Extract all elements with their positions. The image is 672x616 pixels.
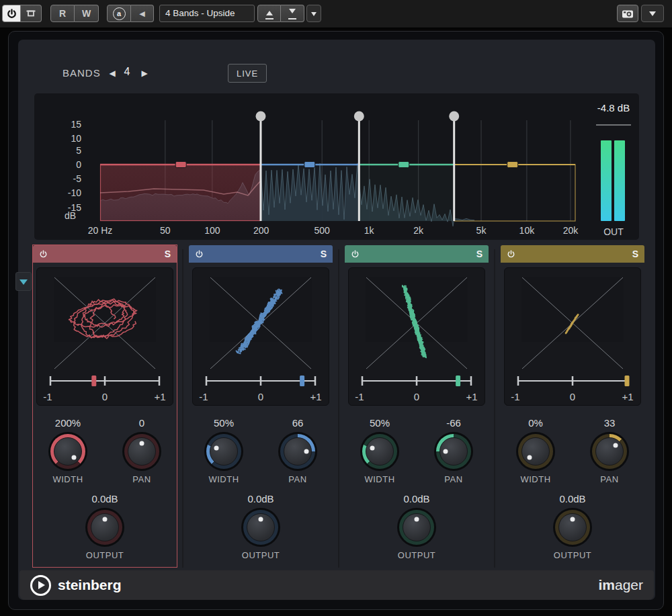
band-1-panel: S -10+1 200% WIDTH 0 xyxy=(33,245,177,567)
pan-knob[interactable] xyxy=(590,432,629,471)
caret-down-icon xyxy=(311,12,317,19)
band-2-header: S xyxy=(189,245,333,263)
pan-knob[interactable] xyxy=(434,432,473,471)
preset-name-field[interactable]: 4 Bands - Upside xyxy=(159,5,255,22)
band-power-button[interactable] xyxy=(351,250,360,259)
svg-text:+1: +1 xyxy=(154,391,165,402)
svg-text:-10: -10 xyxy=(68,187,81,198)
window-menu-button[interactable] xyxy=(641,5,664,22)
bypass-icon xyxy=(26,9,36,18)
vectorscope-display: -10+1 xyxy=(349,268,485,405)
band-2-panel: S -10+1 50% WIDTH 66 xyxy=(189,245,333,567)
spectrum-panel: 151050-5-10-15dB20 Hz501002005001k2k5k10… xyxy=(34,93,639,240)
pan-knob[interactable] xyxy=(122,432,161,471)
brand-name: steinberg xyxy=(58,577,122,593)
power-icon xyxy=(7,9,17,19)
svg-text:200: 200 xyxy=(253,225,269,236)
pan-label: PAN xyxy=(274,474,321,484)
previous-preset-button[interactable] xyxy=(257,5,281,22)
preset-menu-button[interactable] xyxy=(306,5,321,22)
output-value: 0.0dB xyxy=(237,492,284,505)
svg-text:+1: +1 xyxy=(310,391,321,402)
power-icon xyxy=(507,250,515,259)
svg-text:dB: dB xyxy=(65,210,76,221)
read-automation-button[interactable]: R xyxy=(50,5,75,22)
band-4-header: S xyxy=(501,245,644,263)
vectorscope-display: -10+1 xyxy=(37,268,173,405)
setup-a-button[interactable]: a xyxy=(107,5,131,22)
svg-text:5k: 5k xyxy=(476,225,487,236)
band-solo-button[interactable]: S xyxy=(321,249,327,259)
width-knob[interactable] xyxy=(360,432,399,471)
output-group: 0.0dB OUTPUT xyxy=(393,492,440,560)
knob-indicator-dot xyxy=(71,455,76,459)
knob-indicator-dot xyxy=(103,517,108,521)
triangle-down-icon xyxy=(289,9,296,17)
svg-text:-5: -5 xyxy=(73,173,82,184)
svg-text:10k: 10k xyxy=(519,225,536,236)
svg-text:0: 0 xyxy=(258,391,263,402)
width-knob[interactable] xyxy=(48,432,87,471)
band-power-button[interactable] xyxy=(195,250,204,259)
width-knob[interactable] xyxy=(516,432,555,471)
band-3-panel: S -10+1 50% WIDTH -66 xyxy=(345,245,489,567)
output-label: OUTPUT xyxy=(549,550,596,560)
output-group: 0.0dB OUTPUT xyxy=(81,492,128,560)
triangle-up-icon xyxy=(266,7,273,15)
vectorscope-panel: -10+1 xyxy=(348,267,485,406)
write-automation-button[interactable]: W xyxy=(75,5,99,22)
power-icon xyxy=(351,250,360,259)
vectorscope-display: -10+1 xyxy=(193,268,329,405)
bypass-button[interactable] xyxy=(21,5,42,22)
steinberg-logo-icon xyxy=(30,575,51,596)
width-value: 50% xyxy=(200,416,247,429)
copy-ab-button[interactable]: ◀ xyxy=(131,5,154,22)
expand-panel-button[interactable] xyxy=(15,272,32,291)
live-button[interactable]: LIVE xyxy=(228,64,267,83)
camera-button[interactable] xyxy=(617,5,638,22)
pan-knob[interactable] xyxy=(278,432,317,471)
bands-decrease-button[interactable]: ◀ xyxy=(106,67,119,80)
band-power-button[interactable] xyxy=(39,250,48,259)
svg-text:+1: +1 xyxy=(466,391,477,402)
caret-down-icon xyxy=(649,11,656,19)
width-label: WIDTH xyxy=(512,474,559,484)
svg-text:0: 0 xyxy=(414,391,419,402)
knob-indicator-dot xyxy=(415,517,419,521)
band-solo-button[interactable]: S xyxy=(476,249,482,259)
output-knob[interactable] xyxy=(85,508,124,547)
spectrum-display[interactable]: 151050-5-10-15dB20 Hz501002005001k2k5k10… xyxy=(34,93,639,240)
arrow-left-icon: ◀ xyxy=(139,9,144,18)
imager-plugin-window: BANDS ◀ 4 ▶ LIVE 151050-5-10-15dB20 Hz50… xyxy=(8,31,664,610)
pan-label: PAN xyxy=(586,474,633,484)
knob-row: 50% WIDTH 66 PAN xyxy=(189,416,333,484)
next-preset-button[interactable] xyxy=(281,5,304,22)
output-knob[interactable] xyxy=(241,508,280,547)
width-value: 200% xyxy=(44,416,91,429)
svg-text:2k: 2k xyxy=(413,225,424,236)
svg-text:OUT: OUT xyxy=(603,226,624,237)
pan-label: PAN xyxy=(118,474,165,484)
band-power-button[interactable] xyxy=(507,250,515,259)
plugin-activate-button[interactable] xyxy=(2,5,21,22)
band-1-header: S xyxy=(33,245,177,263)
svg-text:20k: 20k xyxy=(563,225,579,236)
output-knob[interactable] xyxy=(553,508,592,547)
knob-indicator-dot xyxy=(304,449,308,453)
svg-text:-4.8 dB: -4.8 dB xyxy=(597,102,630,114)
band-solo-button[interactable]: S xyxy=(632,249,638,259)
width-knob[interactable] xyxy=(204,432,243,471)
band-solo-button[interactable]: S xyxy=(165,249,171,259)
band-3-header: S xyxy=(345,245,489,263)
bands-row: S -10+1 200% WIDTH 0 xyxy=(18,245,655,570)
knob-row: 0% WIDTH 33 PAN xyxy=(501,416,644,484)
width-label: WIDTH xyxy=(356,474,403,484)
svg-text:-1: -1 xyxy=(199,391,208,402)
output-value: 0.0dB xyxy=(549,492,596,505)
bands-increase-button[interactable]: ▶ xyxy=(138,67,151,80)
output-group: 0.0dB OUTPUT xyxy=(549,492,596,560)
knob-indicator-dot xyxy=(140,441,144,445)
a-circle-icon: a xyxy=(113,7,126,20)
output-knob[interactable] xyxy=(397,508,436,547)
svg-text:5: 5 xyxy=(76,145,81,156)
